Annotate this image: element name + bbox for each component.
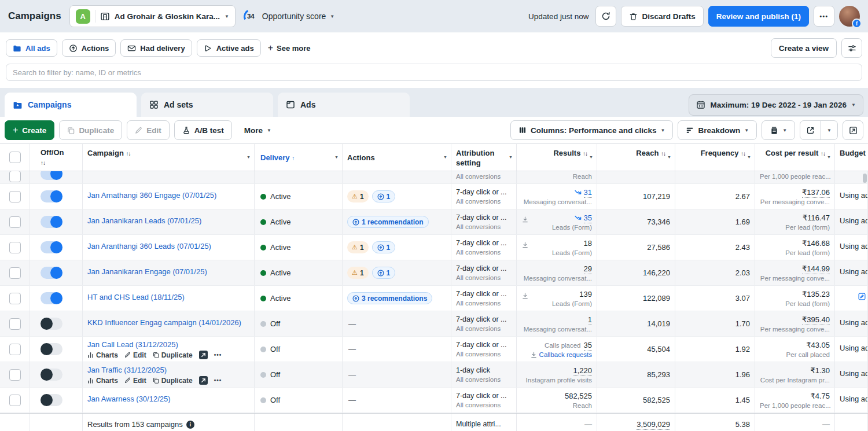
campaign-link[interactable]: Jan Traffic (31/12/2025) — [87, 365, 167, 374]
column-actions-label[interactable]: Actions — [347, 153, 375, 163]
campaign-link[interactable]: KKD Influencer Engag campaign (14/01/202… — [87, 314, 241, 327]
row-checkbox[interactable] — [9, 267, 21, 279]
column-budget-label[interactable]: Budget — [840, 149, 866, 157]
warning-badge[interactable]: ⚠1 — [347, 241, 369, 253]
column-toggle-label[interactable]: Off/On↑↓ — [41, 148, 64, 168]
warning-badge[interactable]: ⚠1 — [347, 190, 369, 202]
column-delivery-label[interactable]: Delivery ↑ — [260, 153, 294, 163]
row-checkbox[interactable] — [9, 242, 21, 253]
campaign-link[interactable]: Jan Jananikaran Engage (07/01/25) — [87, 263, 207, 276]
edit-action[interactable]: Edit — [124, 351, 146, 359]
opportunity-score[interactable]: 34 Opportunity score ▼ — [244, 9, 334, 24]
campaign-toggle[interactable] — [41, 216, 62, 228]
create-view-button[interactable]: Create a view — [771, 38, 837, 58]
row-checkbox[interactable] — [9, 293, 21, 304]
edit-button[interactable]: Edit — [127, 120, 170, 140]
row-checkbox[interactable] — [9, 318, 21, 330]
see-more-button[interactable]: +See more — [268, 43, 311, 53]
export-leads-icon[interactable] — [522, 293, 528, 299]
recommendation-badge[interactable]: 1 — [372, 190, 396, 202]
review-publish-button[interactable]: Review and publish (1) — [708, 6, 809, 27]
row-checkbox[interactable] — [9, 344, 21, 355]
campaign-toggle[interactable] — [41, 190, 62, 202]
more-row-actions[interactable]: ••• — [214, 377, 222, 384]
duplicate-action[interactable]: Duplicate — [153, 377, 193, 385]
column-freq-label[interactable]: Frequency ↑↓ — [701, 149, 745, 157]
duplicate-button[interactable]: Duplicate — [59, 120, 122, 140]
export-leads-icon[interactable] — [522, 242, 528, 248]
tab-ad-sets[interactable]: Ad sets — [141, 93, 273, 117]
refresh-button[interactable] — [595, 6, 616, 27]
campaign-link[interactable]: HT and CHS Lead (18/11/25) — [87, 289, 185, 301]
row-checkbox[interactable] — [9, 395, 21, 406]
export-options-button[interactable]: ▼ — [821, 121, 837, 139]
filter-chip-had-delivery[interactable]: Had delivery — [120, 39, 192, 57]
column-header-budget[interactable]: Budget — [835, 144, 868, 171]
column-header-cost[interactable]: Cost per result ↑↓▼ — [755, 144, 835, 171]
campaign-link[interactable]: Jan Awarness (30/12/25) — [87, 391, 171, 403]
column-cost-label[interactable]: Cost per result ↑↓ — [766, 149, 825, 157]
more-button[interactable]: More▼ — [237, 120, 279, 140]
chevron-down-icon[interactable]: ▼ — [509, 154, 513, 160]
view-settings-button[interactable] — [841, 38, 862, 58]
row-checkbox[interactable] — [9, 369, 21, 381]
chevron-down-icon[interactable]: ▼ — [667, 154, 671, 160]
avatar[interactable] — [839, 6, 860, 27]
more-row-actions[interactable]: ••• — [214, 352, 222, 358]
info-icon[interactable]: i — [186, 421, 194, 429]
export-button[interactable] — [800, 121, 821, 139]
edit-budget-icon[interactable] — [858, 293, 866, 300]
charts-action[interactable]: Charts — [87, 377, 118, 385]
reports-button[interactable]: ▼ — [762, 120, 795, 140]
chevron-down-icon[interactable]: ▼ — [589, 154, 593, 160]
charts-panel-button[interactable] — [843, 120, 863, 140]
recommendation-pill[interactable]: 1 recommendation — [347, 216, 429, 228]
chevron-down-icon[interactable]: ▼ — [334, 154, 339, 160]
row-checkbox[interactable] — [9, 216, 21, 228]
campaign-toggle[interactable] — [41, 267, 62, 279]
column-header-delivery[interactable]: Delivery ↑▼ — [255, 144, 343, 171]
date-range-selector[interactable]: Maximum: 19 Dec 2022 - 19 Jan 2026▼ — [689, 94, 863, 116]
campaign-link[interactable]: Jan Aranthangi 360 Leads (07/01/25) — [87, 238, 211, 251]
highlight-action-icon[interactable] — [199, 376, 208, 385]
discard-drafts-button[interactable]: Discard Drafts — [621, 6, 703, 27]
ab-test-button[interactable]: A/B test — [174, 120, 232, 140]
row-checkbox[interactable] — [9, 191, 21, 202]
more-options-button[interactable]: ••• — [814, 6, 834, 27]
columns-button[interactable]: Columns: Performance and clicks▼ — [510, 120, 674, 140]
create-button[interactable]: +Create — [5, 120, 54, 140]
column-header-freq[interactable]: Frequency ↑↓▼ — [675, 144, 755, 171]
campaign-toggle[interactable] — [41, 171, 62, 180]
column-header-reach[interactable]: Reach ↑↓▼ — [597, 144, 675, 171]
account-selector[interactable]: A Ad Grohair & Gloskin Kara... ▼ — [69, 5, 236, 27]
column-header-results[interactable]: Results ↑↓▼ — [517, 144, 597, 171]
column-results-label[interactable]: Results ↑↓ — [553, 149, 587, 157]
highlight-action-icon[interactable] — [199, 351, 208, 359]
recommendation-pill[interactable]: 3 recommendations — [347, 292, 432, 304]
campaign-toggle[interactable] — [41, 292, 62, 304]
campaign-toggle[interactable] — [41, 343, 62, 355]
column-attr-label[interactable]: Attribution setting — [456, 149, 494, 167]
callback-requests-link[interactable]: Callback requests — [521, 351, 592, 358]
tab-campaigns[interactable]: Campaigns — [5, 93, 137, 117]
chevron-down-icon[interactable]: ▼ — [443, 154, 447, 160]
charts-action[interactable]: Charts — [87, 351, 118, 359]
chevron-down-icon[interactable]: ▼ — [247, 154, 251, 160]
campaign-link[interactable]: Jan Jananikaran Leads (07/01/25) — [87, 212, 201, 225]
select-all-checkbox[interactable] — [9, 152, 21, 163]
breakdown-button[interactable]: Breakdown▼ — [678, 120, 757, 140]
recommendation-badge[interactable]: 1 — [372, 267, 396, 279]
export-leads-icon[interactable] — [522, 216, 528, 223]
column-header-attr[interactable]: Attribution setting▼ — [451, 144, 517, 171]
campaign-link[interactable]: Jan Arnathangi 360 Engage (07/01/25) — [87, 187, 216, 200]
recommendation-badge[interactable]: 1 — [372, 241, 396, 253]
filter-chip-all-ads[interactable]: All ads — [6, 39, 57, 57]
tab-ads[interactable]: Ads — [278, 93, 410, 117]
campaign-toggle[interactable] — [41, 394, 62, 406]
column-header-toggle[interactable]: Off/On↑↓ — [30, 144, 83, 171]
edit-action[interactable]: Edit — [124, 377, 146, 385]
row-checkbox[interactable] — [9, 171, 21, 182]
campaign-toggle[interactable] — [41, 369, 62, 381]
scrollbar-thumb[interactable] — [863, 174, 867, 183]
warning-badge[interactable]: ⚠1 — [347, 267, 369, 279]
